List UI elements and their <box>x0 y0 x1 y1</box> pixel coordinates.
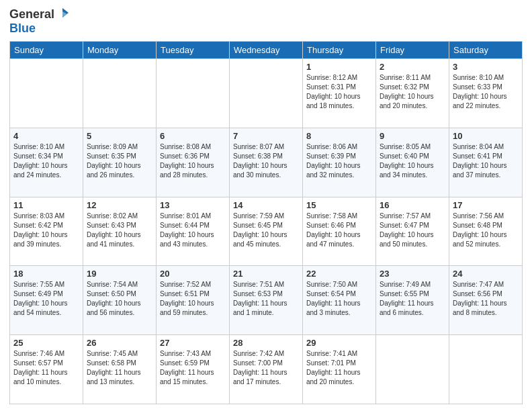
calendar-cell: 7Sunrise: 8:07 AM Sunset: 6:38 PM Daylig… <box>230 128 303 197</box>
day-info: Sunrise: 7:54 AM Sunset: 6:50 PM Dayligh… <box>87 280 152 318</box>
logo: General Blue <box>9 7 70 36</box>
day-info: Sunrise: 7:45 AM Sunset: 6:58 PM Dayligh… <box>87 349 152 387</box>
logo-general-text: General <box>9 7 54 21</box>
day-info: Sunrise: 7:57 AM Sunset: 6:47 PM Dayligh… <box>380 212 445 249</box>
page: General Blue SundayMondayTuesdayWednesda… <box>0 0 532 411</box>
calendar-cell: 27Sunrise: 7:43 AM Sunset: 6:59 PM Dayli… <box>157 335 230 404</box>
day-number: 5 <box>87 131 152 141</box>
day-number: 3 <box>453 62 519 72</box>
calendar-cell: 5Sunrise: 8:09 AM Sunset: 6:35 PM Daylig… <box>83 128 157 197</box>
calendar-cell: 13Sunrise: 8:01 AM Sunset: 6:44 PM Dayli… <box>157 197 230 266</box>
calendar-cell: 20Sunrise: 7:52 AM Sunset: 6:51 PM Dayli… <box>157 266 230 335</box>
calendar-cell: 26Sunrise: 7:45 AM Sunset: 6:58 PM Dayli… <box>83 335 157 404</box>
calendar-cell: 16Sunrise: 7:57 AM Sunset: 6:47 PM Dayli… <box>376 197 449 266</box>
day-info: Sunrise: 7:49 AM Sunset: 6:55 PM Dayligh… <box>380 280 445 318</box>
day-number: 2 <box>380 62 445 72</box>
day-info: Sunrise: 8:03 AM Sunset: 6:42 PM Dayligh… <box>13 212 79 249</box>
calendar-week-row: 18Sunrise: 7:55 AM Sunset: 6:49 PM Dayli… <box>10 266 523 335</box>
calendar-cell: 14Sunrise: 7:59 AM Sunset: 6:45 PM Dayli… <box>230 197 303 266</box>
calendar-cell <box>449 335 523 404</box>
weekday-header: Wednesday <box>230 42 303 59</box>
day-number: 27 <box>160 338 226 348</box>
day-info: Sunrise: 7:59 AM Sunset: 6:45 PM Dayligh… <box>233 212 299 249</box>
day-number: 15 <box>306 200 372 210</box>
calendar-cell: 4Sunrise: 8:10 AM Sunset: 6:34 PM Daylig… <box>10 128 83 197</box>
calendar-cell: 9Sunrise: 8:05 AM Sunset: 6:40 PM Daylig… <box>376 128 449 197</box>
day-number: 17 <box>453 200 519 210</box>
calendar-cell: 21Sunrise: 7:51 AM Sunset: 6:53 PM Dayli… <box>230 266 303 335</box>
day-number: 10 <box>453 131 519 141</box>
day-number: 22 <box>306 269 372 279</box>
day-number: 13 <box>160 200 226 210</box>
calendar-cell <box>83 59 157 128</box>
calendar-cell: 19Sunrise: 7:54 AM Sunset: 6:50 PM Dayli… <box>83 266 157 335</box>
day-info: Sunrise: 8:10 AM Sunset: 6:33 PM Dayligh… <box>453 73 519 111</box>
calendar-cell: 25Sunrise: 7:46 AM Sunset: 6:57 PM Dayli… <box>10 335 83 404</box>
day-number: 4 <box>13 131 79 141</box>
calendar-body: 1Sunrise: 8:12 AM Sunset: 6:31 PM Daylig… <box>10 59 523 404</box>
weekday-header: Monday <box>83 42 157 59</box>
day-info: Sunrise: 7:41 AM Sunset: 7:01 PM Dayligh… <box>306 349 372 387</box>
calendar-cell: 1Sunrise: 8:12 AM Sunset: 6:31 PM Daylig… <box>303 59 376 128</box>
logo-blue-text: Blue <box>9 21 36 36</box>
day-number: 9 <box>380 131 445 141</box>
day-info: Sunrise: 7:56 AM Sunset: 6:48 PM Dayligh… <box>453 212 519 249</box>
day-number: 7 <box>233 131 299 141</box>
calendar-cell: 10Sunrise: 8:04 AM Sunset: 6:41 PM Dayli… <box>449 128 523 197</box>
day-number: 21 <box>233 269 299 279</box>
day-info: Sunrise: 8:12 AM Sunset: 6:31 PM Dayligh… <box>306 73 372 111</box>
weekday-header: Tuesday <box>157 42 230 59</box>
calendar-cell <box>230 59 303 128</box>
calendar-cell: 24Sunrise: 7:47 AM Sunset: 6:56 PM Dayli… <box>449 266 523 335</box>
day-info: Sunrise: 8:04 AM Sunset: 6:41 PM Dayligh… <box>453 142 519 180</box>
day-number: 1 <box>306 62 372 72</box>
calendar-cell: 22Sunrise: 7:50 AM Sunset: 6:54 PM Dayli… <box>303 266 376 335</box>
day-info: Sunrise: 7:58 AM Sunset: 6:46 PM Dayligh… <box>306 212 372 249</box>
calendar-cell: 28Sunrise: 7:42 AM Sunset: 7:00 PM Dayli… <box>230 335 303 404</box>
day-info: Sunrise: 8:10 AM Sunset: 6:34 PM Dayligh… <box>13 142 79 180</box>
day-number: 16 <box>380 200 445 210</box>
day-number: 14 <box>233 200 299 210</box>
day-number: 8 <box>306 131 372 141</box>
weekday-header: Friday <box>376 42 449 59</box>
day-number: 11 <box>13 200 79 210</box>
day-info: Sunrise: 7:47 AM Sunset: 6:56 PM Dayligh… <box>453 280 519 318</box>
day-info: Sunrise: 8:01 AM Sunset: 6:44 PM Dayligh… <box>160 212 226 249</box>
header: General Blue <box>9 7 523 36</box>
day-number: 24 <box>453 269 519 279</box>
day-info: Sunrise: 7:46 AM Sunset: 6:57 PM Dayligh… <box>13 349 79 387</box>
day-info: Sunrise: 7:51 AM Sunset: 6:53 PM Dayligh… <box>233 280 299 318</box>
day-info: Sunrise: 7:52 AM Sunset: 6:51 PM Dayligh… <box>160 280 226 318</box>
calendar-week-row: 4Sunrise: 8:10 AM Sunset: 6:34 PM Daylig… <box>10 128 523 197</box>
day-number: 25 <box>13 338 79 348</box>
calendar-week-row: 25Sunrise: 7:46 AM Sunset: 6:57 PM Dayli… <box>10 335 523 404</box>
calendar-cell: 17Sunrise: 7:56 AM Sunset: 6:48 PM Dayli… <box>449 197 523 266</box>
day-number: 6 <box>160 131 226 141</box>
day-info: Sunrise: 8:07 AM Sunset: 6:38 PM Dayligh… <box>233 142 299 180</box>
calendar-header-row: SundayMondayTuesdayWednesdayThursdayFrid… <box>10 42 523 59</box>
day-info: Sunrise: 8:02 AM Sunset: 6:43 PM Dayligh… <box>87 212 152 249</box>
calendar-table: SundayMondayTuesdayWednesdayThursdayFrid… <box>9 41 523 404</box>
day-number: 20 <box>160 269 226 279</box>
day-number: 23 <box>380 269 445 279</box>
calendar-cell <box>10 59 83 128</box>
day-info: Sunrise: 8:05 AM Sunset: 6:40 PM Dayligh… <box>380 142 445 180</box>
weekday-header: Saturday <box>449 42 523 59</box>
day-number: 28 <box>233 338 299 348</box>
calendar-cell: 15Sunrise: 7:58 AM Sunset: 6:46 PM Dayli… <box>303 197 376 266</box>
calendar-cell <box>157 59 230 128</box>
calendar-cell <box>376 335 449 404</box>
day-number: 18 <box>13 269 79 279</box>
day-info: Sunrise: 7:43 AM Sunset: 6:59 PM Dayligh… <box>160 349 226 387</box>
weekday-header: Thursday <box>303 42 376 59</box>
calendar-cell: 6Sunrise: 8:08 AM Sunset: 6:36 PM Daylig… <box>157 128 230 197</box>
logo-flag-icon <box>55 7 70 21</box>
day-info: Sunrise: 7:50 AM Sunset: 6:54 PM Dayligh… <box>306 280 372 318</box>
day-info: Sunrise: 7:42 AM Sunset: 7:00 PM Dayligh… <box>233 349 299 387</box>
calendar-cell: 12Sunrise: 8:02 AM Sunset: 6:43 PM Dayli… <box>83 197 157 266</box>
calendar-week-row: 1Sunrise: 8:12 AM Sunset: 6:31 PM Daylig… <box>10 59 523 128</box>
calendar-cell: 29Sunrise: 7:41 AM Sunset: 7:01 PM Dayli… <box>303 335 376 404</box>
day-number: 12 <box>87 200 152 210</box>
day-number: 26 <box>87 338 152 348</box>
calendar-cell: 2Sunrise: 8:11 AM Sunset: 6:32 PM Daylig… <box>376 59 449 128</box>
